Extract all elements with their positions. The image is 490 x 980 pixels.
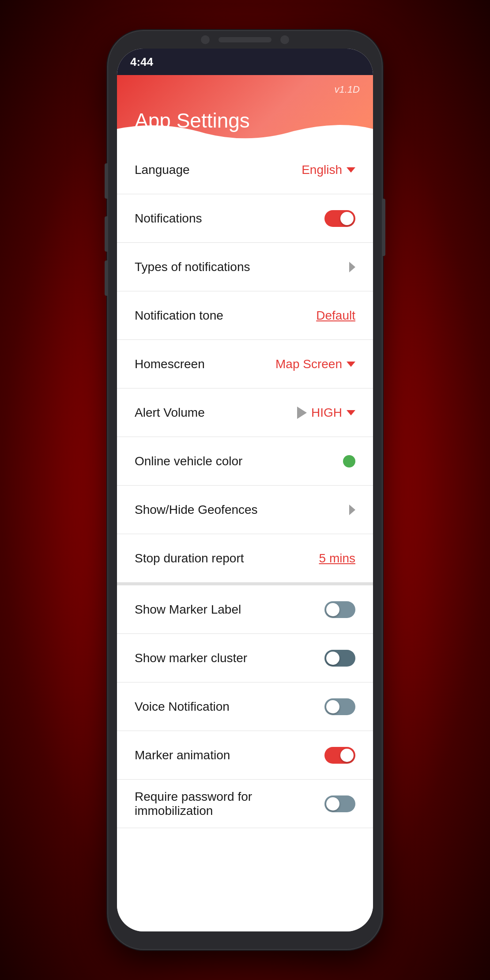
alert-volume-chevron-down-icon[interactable] [347, 410, 355, 415]
language-value[interactable]: English [302, 163, 342, 177]
setting-label-notifications: Notifications [135, 211, 202, 226]
setting-label-stop-duration: Stop duration report [135, 551, 244, 565]
settings-list: Language English Notifications Types of … [117, 146, 373, 931]
phone-screen: 4:44 v1.1D App Settings Language English [117, 49, 373, 931]
setting-label-geofences: Show/Hide Geofences [135, 503, 258, 517]
app-version: v1.1D [335, 84, 360, 95]
phone-device: 4:44 v1.1D App Settings Language English [108, 31, 382, 949]
setting-right-stop-duration[interactable]: 5 mins [319, 551, 355, 565]
setting-label-show-marker-cluster: Show marker cluster [135, 651, 247, 665]
setting-right-homescreen[interactable]: Map Screen [275, 357, 355, 371]
setting-row-show-marker-cluster[interactable]: Show marker cluster [117, 634, 373, 682]
setting-label-require-password: Require password for immobilization [135, 790, 324, 818]
setting-label-alert-volume: Alert Volume [135, 406, 205, 420]
setting-row-notifications[interactable]: Notifications [117, 194, 373, 243]
alert-volume-play-icon[interactable] [297, 407, 307, 419]
camera-dot [201, 35, 210, 44]
setting-row-require-password[interactable]: Require password for immobilization [117, 780, 373, 828]
setting-row-alert-volume[interactable]: Alert Volume HIGH [117, 388, 373, 437]
setting-label-marker-animation: Marker animation [135, 748, 230, 762]
setting-label-notification-tone: Notification tone [135, 309, 223, 323]
notification-tone-value[interactable]: Default [316, 309, 355, 323]
setting-right-voice-notification[interactable] [324, 698, 355, 715]
marker-animation-toggle[interactable] [324, 747, 355, 764]
setting-right-notifications[interactable] [324, 210, 355, 227]
setting-right-show-marker-label[interactable] [324, 601, 355, 618]
header-wave [117, 120, 373, 146]
setting-right-require-password[interactable] [324, 795, 355, 812]
notifications-toggle[interactable] [324, 210, 355, 227]
alert-volume-value[interactable]: HIGH [311, 406, 342, 420]
setting-right-types-notifications[interactable] [349, 262, 355, 272]
setting-label-show-marker-label: Show Marker Label [135, 603, 241, 617]
homescreen-chevron-down-icon[interactable] [347, 362, 355, 367]
types-notifications-chevron-right-icon[interactable] [349, 262, 355, 272]
setting-row-online-vehicle-color[interactable]: Online vehicle color [117, 437, 373, 486]
setting-row-geofences[interactable]: Show/Hide Geofences [117, 486, 373, 534]
speaker-bar [219, 37, 271, 42]
setting-right-show-marker-cluster[interactable] [324, 650, 355, 667]
show-marker-cluster-toggle[interactable] [324, 650, 355, 667]
setting-label-online-vehicle-color: Online vehicle color [135, 454, 242, 468]
setting-right-language[interactable]: English [302, 163, 355, 177]
setting-label-types-notifications: Types of notifications [135, 260, 250, 274]
online-vehicle-color-dot[interactable] [343, 455, 355, 467]
setting-right-marker-animation[interactable] [324, 747, 355, 764]
require-password-toggle[interactable] [324, 795, 355, 812]
setting-row-types-notifications[interactable]: Types of notifications [117, 243, 373, 291]
status-bar: 4:44 [117, 49, 373, 75]
setting-right-notification-tone[interactable]: Default [316, 309, 355, 323]
stop-duration-value[interactable]: 5 mins [319, 551, 355, 565]
setting-label-language: Language [135, 163, 190, 177]
setting-row-language[interactable]: Language English [117, 146, 373, 194]
setting-right-geofences[interactable] [349, 505, 355, 515]
setting-label-voice-notification: Voice Notification [135, 700, 230, 714]
setting-label-homescreen: Homescreen [135, 357, 205, 371]
show-marker-label-toggle[interactable] [324, 601, 355, 618]
status-time: 4:44 [130, 55, 153, 69]
geofences-chevron-right-icon[interactable] [349, 505, 355, 515]
voice-notification-toggle[interactable] [324, 698, 355, 715]
setting-row-show-marker-label[interactable]: Show Marker Label [117, 585, 373, 634]
camera-dot-2 [280, 35, 289, 44]
setting-row-homescreen[interactable]: Homescreen Map Screen [117, 340, 373, 388]
notch [201, 35, 289, 44]
setting-row-stop-duration[interactable]: Stop duration report 5 mins [117, 534, 373, 583]
setting-row-notification-tone[interactable]: Notification tone Default [117, 291, 373, 340]
setting-right-online-vehicle-color[interactable] [343, 455, 355, 467]
setting-right-alert-volume[interactable]: HIGH [297, 406, 355, 420]
setting-row-voice-notification[interactable]: Voice Notification [117, 682, 373, 731]
setting-row-marker-animation[interactable]: Marker animation [117, 731, 373, 780]
homescreen-value[interactable]: Map Screen [275, 357, 342, 371]
language-chevron-down-icon[interactable] [347, 167, 355, 173]
app-header: v1.1D App Settings [117, 75, 373, 146]
